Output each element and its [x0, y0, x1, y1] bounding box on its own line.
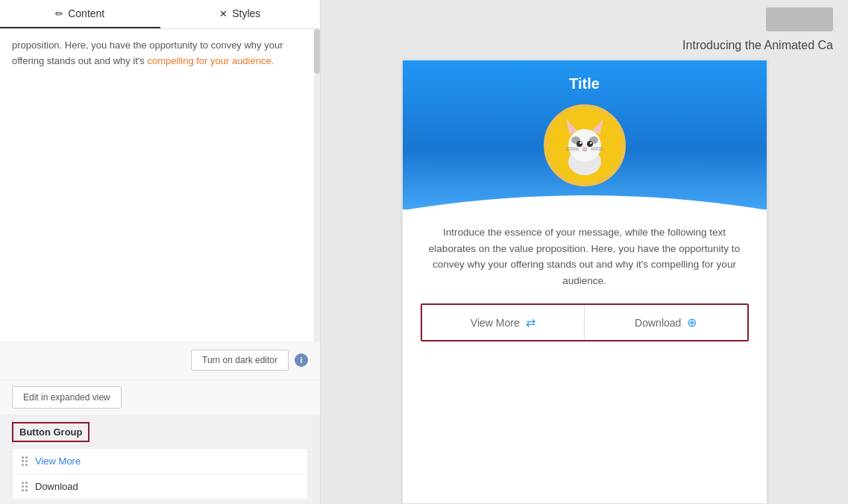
transfer-icon: ⇄ [526, 315, 536, 330]
tab-content-label: Content [68, 7, 104, 19]
list-item[interactable]: View More [13, 449, 307, 474]
button-group-section: Button Group View More Download [0, 415, 320, 504]
tab-styles[interactable]: ✕ Styles [160, 0, 321, 28]
card-download-button[interactable]: Download ⊕ [585, 305, 747, 340]
svg-point-2 [568, 129, 601, 162]
drag-handle-download [22, 482, 28, 491]
left-panel: ✏ Content ✕ Styles proposition. Here, yo… [0, 0, 321, 504]
scrollbar-thumb[interactable] [314, 29, 320, 74]
body-text: proposition. Here, you have the opportun… [12, 38, 308, 69]
expanded-view-section: Edit in expanded view [0, 379, 320, 415]
card-blue-header: Title [403, 60, 767, 210]
button-group-items: View More Download [12, 448, 308, 500]
logo-placeholder [766, 7, 833, 31]
download-btn-label: Download [635, 317, 681, 329]
top-bar [336, 0, 833, 39]
edit-expanded-view-button[interactable]: Edit in expanded view [12, 386, 122, 409]
tab-styles-label: Styles [232, 7, 260, 19]
list-item[interactable]: Download [13, 474, 307, 499]
card-buttons: View More ⇄ Download ⊕ [421, 303, 749, 341]
card-inner: Title [403, 60, 767, 356]
cat-image [544, 104, 626, 186]
info-icon[interactable]: i [295, 353, 308, 367]
card-title: Title [415, 75, 755, 92]
email-card: Title [402, 60, 767, 504]
dark-editor-button[interactable]: Turn on dark editor [191, 350, 289, 371]
svg-point-9 [580, 142, 582, 144]
cat-svg [547, 108, 622, 183]
card-body: Introduce the essence of your message, w… [403, 210, 767, 303]
dark-editor-section: Turn on dark editor i [0, 341, 320, 379]
view-more-label: View More [35, 456, 81, 467]
introducing-text: Introducing the Animated Ca [682, 39, 833, 51]
scrollbar-track [314, 29, 320, 341]
card-body-text: Introduce the essence of your message, w… [421, 224, 749, 289]
tab-content[interactable]: ✏ Content [0, 0, 160, 28]
content-area: proposition. Here, you have the opportun… [0, 29, 320, 341]
pencil-icon: ✏ [55, 8, 63, 19]
download-label: Download [35, 481, 78, 492]
right-panel: Introducing the Animated Ca Title [321, 0, 848, 504]
cat-image-container [415, 104, 755, 186]
card-wrapper: Title [336, 60, 833, 504]
introducing-text-wrapper: Introducing the Animated Ca [336, 39, 833, 60]
drag-handle-view-more [22, 456, 28, 466]
download-icon: ⊕ [687, 315, 697, 330]
svg-point-11 [582, 147, 587, 150]
svg-point-16 [571, 136, 580, 144]
tabs-header: ✏ Content ✕ Styles [0, 0, 320, 29]
view-more-btn-label: View More [471, 317, 520, 329]
card-view-more-button[interactable]: View More ⇄ [422, 305, 585, 340]
link-why[interactable]: compelling for your audience. [147, 55, 274, 66]
card-curve [403, 180, 767, 210]
svg-point-17 [589, 136, 598, 144]
x-icon: ✕ [219, 8, 227, 19]
button-group-label: Button Group [12, 422, 89, 442]
